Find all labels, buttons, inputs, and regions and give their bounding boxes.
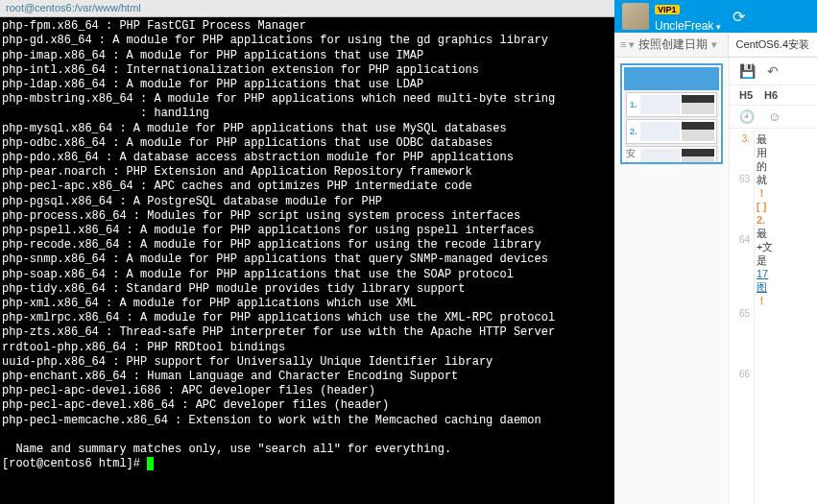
terminal-line: php-ldap.x86_64 : A module for PHP appli… [2,78,423,91]
terminal-line: php-soap.x86_64 : A module for PHP appli… [2,268,514,281]
insert-bar: 🕘 ☺ [730,106,817,129]
user-bar: VIP1 UncleFreak ⟳ [614,0,817,33]
terminal-title: root@centos6:/var/www/html [0,0,614,17]
gutter-num: 63 [730,146,750,213]
gutter-num: 64 [730,213,750,267]
undo-icon[interactable]: ↶ [767,63,779,79]
terminal-line: php-pecl-apc-devel.i686 : APC developer … [2,384,375,397]
editor-content[interactable]: 最 用 的 就 ！ [ ] 2. 最 +文 是 17 图 ！ [755,129,817,504]
terminal-prompt[interactable]: [root@centos6 html]# [2,457,147,470]
editor-line: 就 [757,173,815,186]
terminal-line: php-pecl-memcache.x86_64 : Extension to … [2,414,541,427]
save-icon[interactable]: 💾 [739,63,756,79]
editor-line: ！ [757,186,815,200]
format-bar: H5 H6 [730,85,817,106]
sync-icon[interactable]: ⟳ [733,8,745,26]
terminal-line: php-zts.x86_64 : Thread-safe PHP interpr… [2,325,555,339]
gutter-num: 3. [730,132,750,146]
heading-h6-button[interactable]: H6 [764,89,778,101]
note-thumbnail[interactable]: 1. 2. 安 [620,63,723,164]
terminal-line: php-xml.x86_64 : A module for PHP applic… [2,297,417,310]
editor-line: 最 [757,132,815,146]
terminal-line: php-fpm.x86_64 : PHP FastCGI Process Man… [2,19,306,33]
terminal-line: Name and summary matches only, use "sear… [2,443,451,456]
terminal-line: php-pdo.x86_64 : A database access abstr… [2,151,514,164]
terminal-line: php-imap.x86_64 : A module for PHP appli… [2,49,423,62]
sort-dropdown[interactable]: ≡ ▾ 按照创建日期 ▾ [614,36,728,53]
terminal-line: php-process.x86_64 : Modules for PHP scr… [2,209,520,223]
terminal-line: php-recode.x86_64 : A module for PHP app… [2,238,541,252]
document-tab[interactable]: CentOS6.4安装 [728,34,817,56]
editor-body: 3. 63 64 65 66 最 用 的 就 ！ [ ] 2. 最 +文 是 [730,129,817,504]
avatar[interactable] [622,3,649,30]
terminal-line: php-pecl-apc-devel.x86_64 : APC develope… [2,398,389,412]
terminal-line: php-pspell.x86_64 : A module for PHP app… [2,224,535,237]
line-gutter: 3. 63 64 65 66 [730,129,755,504]
user-meta: VIP1 UncleFreak [655,0,721,34]
terminal-line: php-mysql.x86_64 : A module for PHP appl… [2,122,507,135]
thumbnail-column: 1. 2. 安 [614,58,730,504]
clock-icon[interactable]: 🕘 [739,109,755,124]
editor-line: 2. [757,213,815,227]
editor-line: 最 [757,227,815,240]
editor-line: 是 [757,253,815,267]
terminal-line: php-mbstring.x86_64 : A module for PHP a… [2,92,555,106]
terminal-line: php-pear.noarch : PHP Extension and Appl… [2,165,472,179]
list-icon: ≡ ▾ [620,38,635,51]
gutter-num: 65 [730,267,750,361]
chevron-down-icon: ▾ [711,38,717,51]
terminal-line: php-enchant.x86_64 : Human Language and … [2,370,458,383]
terminal-line: uuid-php.x86_64 : PHP support for Univer… [2,355,493,369]
terminal-line: : handling [2,107,209,120]
tab-bar: ≡ ▾ 按照创建日期 ▾ CentOS6.4安装 [614,33,817,58]
terminal-line: php-tidy.x86_64 : Standard PHP module pr… [2,282,465,296]
vip-badge: VIP1 [655,5,680,14]
editor-line: ！ [757,294,815,307]
terminal-line: php-pecl-apc.x86_64 : APC caches and opt… [2,180,472,193]
gutter-num: 66 [730,361,750,388]
terminal-line: php-snmp.x86_64 : A module for PHP appli… [2,252,548,266]
terminal-line: php-pgsql.x86_64 : A PostgreSQL database… [2,195,382,208]
heading-h5-button[interactable]: H5 [739,89,753,101]
terminal-window[interactable]: root@centos6:/var/www/html php-fpm.x86_6… [0,0,614,504]
terminal-output[interactable]: php-fpm.x86_64 : PHP FastCGI Process Man… [0,17,614,473]
editor-line[interactable]: 图 [757,280,815,294]
terminal-line: php-xmlrpc.x86_64 : A module for PHP app… [2,311,555,324]
username-dropdown[interactable]: UncleFreak [655,19,721,33]
editor-line: +文 [757,240,815,253]
editor-line[interactable]: 17 [757,267,815,280]
emoji-icon[interactable]: ☺ [768,109,781,124]
editor-line: 用 [757,146,815,159]
notes-app-pane: VIP1 UncleFreak ⟳ ≡ ▾ 按照创建日期 ▾ CentOS6.4… [614,0,817,504]
terminal-line: php-odbc.x86_64 : A module for PHP appli… [2,136,493,150]
editor-line: 的 [757,159,815,173]
sort-label: 按照创建日期 [638,36,708,53]
terminal-line: php-gd.x86_64 : A module for PHP applica… [2,34,548,47]
cursor-icon [147,457,154,470]
editor-toolbar: 💾 ↶ [730,58,817,85]
thumb-label: 安 [624,147,637,160]
terminal-line: rrdtool-php.x86_64 : PHP RRDtool binding… [2,341,285,354]
editor-column: 💾 ↶ H5 H6 🕘 ☺ 3. 63 64 65 66 [730,58,817,504]
content-row: 1. 2. 安 💾 ↶ H5 H6 🕘 ☺ 3. [614,58,817,504]
terminal-line: php-intl.x86_64 : Internationalization e… [2,63,479,77]
editor-line: [ ] [757,200,815,213]
